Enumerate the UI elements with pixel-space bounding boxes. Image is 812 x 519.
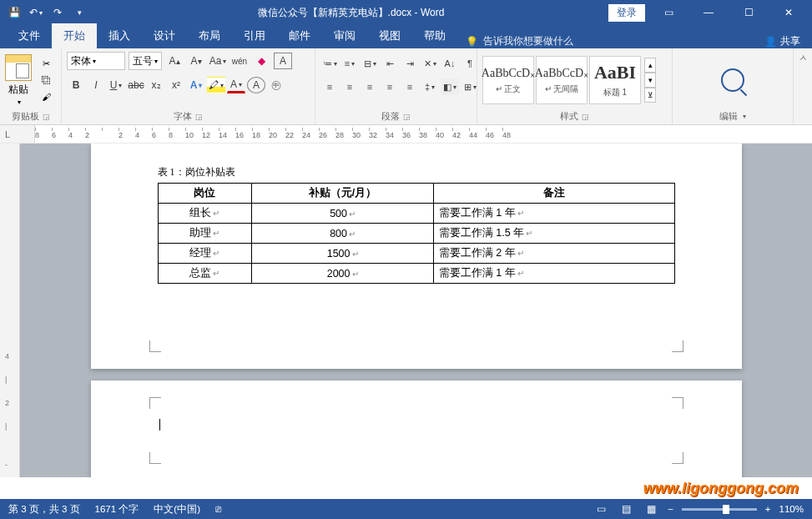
- font-name-select[interactable]: 宋体▾: [67, 52, 125, 70]
- multilevel-icon[interactable]: ⊟▾: [361, 55, 379, 72]
- login-button[interactable]: 登录: [608, 4, 645, 22]
- read-mode-icon[interactable]: ▭: [593, 502, 609, 516]
- ribbon-options-icon[interactable]: ▭: [652, 0, 685, 25]
- clear-format-icon[interactable]: ◆: [252, 53, 270, 69]
- italic-button[interactable]: I: [87, 77, 105, 93]
- bold-button[interactable]: B: [67, 77, 85, 93]
- strikethrough-button[interactable]: abc: [127, 77, 145, 93]
- page[interactable]: [91, 380, 742, 477]
- zoom-slider[interactable]: [682, 508, 757, 511]
- table-cell[interactable]: 800↵: [252, 224, 434, 244]
- undo-icon[interactable]: ↶▾: [30, 7, 42, 18]
- zoom-in-icon[interactable]: +: [765, 504, 771, 514]
- tab-design[interactable]: 设计: [142, 23, 187, 48]
- editing-expand-icon[interactable]: ▾: [743, 113, 746, 120]
- table-cell[interactable]: 1500↵: [252, 244, 434, 264]
- table-cell[interactable]: 需要工作满 1 年↵: [433, 204, 674, 224]
- print-layout-icon[interactable]: ▤: [618, 502, 634, 516]
- zoom-out-icon[interactable]: −: [668, 504, 673, 514]
- tell-me-search[interactable]: 💡 告诉我你想要做什么: [466, 34, 573, 48]
- subscript-button[interactable]: x₂: [147, 77, 165, 93]
- align-left-icon[interactable]: ≡: [320, 78, 339, 95]
- table-cell[interactable]: 需要工作满 1 年↵: [433, 264, 674, 284]
- sort-icon[interactable]: A↓: [441, 55, 459, 72]
- tab-insert[interactable]: 插入: [97, 23, 142, 48]
- word-count[interactable]: 1671 个字: [95, 503, 139, 516]
- decrease-indent-icon[interactable]: ⇤: [381, 55, 399, 72]
- format-painter-icon[interactable]: 🖌: [38, 90, 53, 103]
- align-right-icon[interactable]: ≡: [361, 78, 379, 95]
- tab-file[interactable]: 文件: [7, 23, 52, 48]
- styles-launcher-icon[interactable]: ◲: [582, 113, 589, 121]
- asian-layout-icon[interactable]: ✕▾: [421, 55, 439, 72]
- collapse-ribbon-icon[interactable]: ㅅ: [799, 52, 808, 64]
- font-launcher-icon[interactable]: ◲: [195, 113, 203, 121]
- tab-references[interactable]: 引用: [232, 23, 277, 48]
- char-border-icon[interactable]: A: [274, 53, 292, 69]
- maximize-icon[interactable]: ☐: [732, 0, 765, 25]
- highlight-icon[interactable]: 🖍▾: [207, 77, 225, 93]
- styles-scroll-up-icon[interactable]: ▴: [644, 58, 656, 73]
- table-row[interactable]: 助理↵800↵需要工作满 1.5 年↵: [158, 224, 674, 244]
- table-cell[interactable]: 助理↵: [158, 224, 252, 244]
- change-case-icon[interactable]: Aa▾: [209, 53, 227, 69]
- tab-home[interactable]: 开始: [52, 23, 97, 48]
- horizontal-ruler[interactable]: 8642246810121416182022242628303234363840…: [35, 125, 812, 143]
- close-icon[interactable]: ✕: [772, 0, 805, 25]
- page[interactable]: 表 1：岗位补贴表 岗位补贴（元/月）备注 组长↵500↵需要工作满 1 年↵助…: [91, 144, 742, 369]
- table-cell[interactable]: 需要工作满 2 年↵: [433, 244, 674, 264]
- tab-mailings[interactable]: 邮件: [277, 23, 322, 48]
- paste-button[interactable]: 粘贴 ▾: [5, 54, 32, 106]
- vertical-ruler[interactable]: 4|2|-: [0, 144, 20, 477]
- styles-more-icon[interactable]: ⊻: [644, 88, 656, 103]
- phonetic-guide-icon[interactable]: wén: [230, 53, 249, 69]
- align-justify-icon[interactable]: ≡: [381, 78, 399, 95]
- share-button[interactable]: 👤 共享: [764, 34, 812, 48]
- font-size-select[interactable]: 五号▾: [129, 52, 162, 70]
- page-indicator[interactable]: 第 3 页，共 3 页: [8, 503, 80, 516]
- align-distribute-icon[interactable]: ≡: [401, 78, 419, 95]
- tab-layout[interactable]: 布局: [187, 23, 232, 48]
- find-button[interactable]: [721, 68, 744, 92]
- zoom-level[interactable]: 110%: [779, 504, 804, 514]
- qat-customize-icon[interactable]: ▾: [73, 7, 85, 18]
- style-heading1[interactable]: AaBI 标题 1: [589, 56, 641, 104]
- table-cell[interactable]: 组长↵: [158, 204, 252, 224]
- enclose-char-icon[interactable]: ㊥: [267, 77, 285, 93]
- style-normal[interactable]: AaBbCcDₓ ↵ 正文: [482, 56, 534, 104]
- table-cell[interactable]: 经理↵: [158, 244, 252, 264]
- align-center-icon[interactable]: ≡: [340, 78, 359, 95]
- line-spacing-icon[interactable]: ‡▾: [421, 78, 439, 95]
- tab-view[interactable]: 视图: [367, 23, 412, 48]
- grow-font-icon[interactable]: A▴: [165, 53, 184, 69]
- data-table[interactable]: 岗位补贴（元/月）备注 组长↵500↵需要工作满 1 年↵助理↵800↵需要工作…: [158, 183, 675, 284]
- macro-icon[interactable]: ⎚: [215, 504, 221, 514]
- redo-icon[interactable]: ↷: [52, 7, 63, 18]
- table-cell[interactable]: 需要工作满 1.5 年↵: [433, 224, 674, 244]
- minimize-icon[interactable]: —: [692, 0, 725, 25]
- shrink-font-icon[interactable]: A▾: [187, 53, 205, 69]
- increase-indent-icon[interactable]: ⇥: [401, 55, 419, 72]
- tab-stop-selector[interactable]: L: [0, 125, 35, 143]
- cut-icon[interactable]: ✂: [38, 57, 53, 70]
- language-indicator[interactable]: 中文(中国): [154, 503, 200, 516]
- underline-button[interactable]: U▾: [107, 77, 125, 93]
- numbering-icon[interactable]: ≡▾: [340, 55, 359, 72]
- save-icon[interactable]: 💾: [8, 7, 20, 18]
- table-row[interactable]: 经理↵1500↵需要工作满 2 年↵: [158, 244, 674, 264]
- paragraph-launcher-icon[interactable]: ◲: [403, 113, 411, 121]
- superscript-button[interactable]: x²: [167, 77, 185, 93]
- char-shading-icon[interactable]: A: [247, 77, 265, 93]
- clipboard-launcher-icon[interactable]: ◲: [43, 113, 50, 121]
- style-nospacing[interactable]: AaBbCcDₓ ↵ 无间隔: [536, 56, 588, 104]
- table-cell[interactable]: 2000↵: [252, 264, 434, 284]
- table-cell[interactable]: 500↵: [252, 204, 434, 224]
- styles-scroll-down-icon[interactable]: ▾: [644, 73, 656, 88]
- text-effects-icon[interactable]: A▾: [187, 77, 205, 93]
- copy-icon[interactable]: ⿻: [38, 73, 53, 87]
- tab-review[interactable]: 审阅: [322, 23, 367, 48]
- show-marks-icon[interactable]: ¶: [461, 55, 479, 72]
- borders-icon[interactable]: ⊞▾: [461, 78, 479, 95]
- shading-icon[interactable]: ◧▾: [441, 78, 459, 95]
- font-color-icon[interactable]: A▾: [227, 77, 245, 93]
